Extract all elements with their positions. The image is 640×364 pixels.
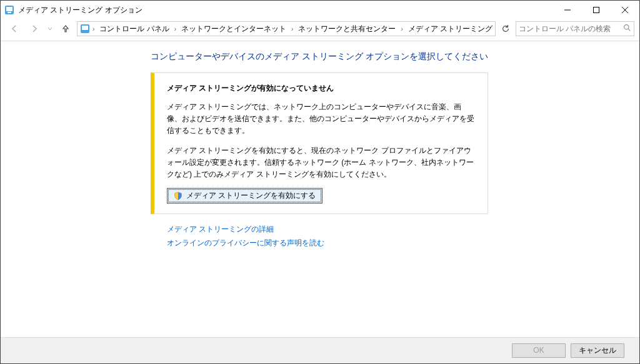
navbar: › コントロール パネル › ネットワークとインターネット › ネットワークと共… [1,19,639,41]
info-box: メディア ストリーミングが有効になっていません メディア ストリーミングでは、ネ… [151,72,488,214]
breadcrumb-item-media-streaming[interactable]: メディア ストリーミング オプション [406,24,496,34]
link-privacy-statement[interactable]: オンラインのプライバシーに関する声明を読む [167,237,488,250]
breadcrumb-item-network[interactable]: ネットワークとインターネット [179,24,289,34]
ok-button[interactable]: OK [512,343,566,358]
enable-streaming-button[interactable]: メディア ストリーミングを有効にする [167,188,322,204]
app-icon [4,5,14,15]
chevron-right-icon: › [290,26,294,32]
search-box[interactable] [516,21,634,36]
search-input[interactable] [519,24,621,33]
breadcrumb-item-sharing-center[interactable]: ネットワークと共有センター [296,24,398,34]
titlebar-left: メディア ストリーミング オプション [4,5,142,16]
window-title: メディア ストリーミング オプション [18,5,142,16]
chevron-right-icon: › [91,26,96,32]
enable-streaming-button-label: メディア ストリーミングを有効にする [186,190,316,201]
titlebar: メディア ストリーミング オプション [1,1,639,19]
window: メディア ストリーミング オプション [0,0,640,364]
info-box-paragraph-1: メディア ストリーミングでは、ネットワーク上のコンピューターやデバイスに音楽、画… [167,101,475,137]
shield-icon [174,192,182,200]
links-section: メディア ストリーミングの詳細 オンラインのプライバシーに関する声明を読む [151,223,488,250]
cancel-button[interactable]: キャンセル [571,343,624,358]
svg-rect-2 [8,12,11,13]
link-streaming-details[interactable]: メディア ストリーミングの詳細 [167,223,488,237]
control-panel-icon [80,24,90,34]
info-box-title: メディア ストリーミングが有効になっていません [167,83,475,94]
close-button[interactable] [611,1,639,19]
svg-point-9 [624,25,629,29]
content-inner: コンピューターやデバイスのメディア ストリーミング オプションを選択してください… [151,51,488,250]
refresh-button[interactable] [498,21,513,36]
page-heading: コンピューターやデバイスのメディア ストリーミング オプションを選択してください [151,51,488,62]
chevron-right-icon: › [399,26,404,32]
breadcrumb-item-control-panel[interactable]: コントロール パネル [97,24,171,34]
titlebar-controls [553,1,639,19]
nav-back-button[interactable] [6,21,23,36]
svg-rect-1 [6,7,12,11]
svg-rect-4 [594,7,599,13]
search-icon [623,24,631,34]
svg-line-10 [628,29,630,31]
info-box-paragraph-2: メディア ストリーミングを有効にすると、現在のネットワーク プロファイルとファイ… [167,145,475,181]
nav-recent-dropdown[interactable] [46,21,54,36]
svg-rect-8 [82,26,88,30]
chevron-right-icon: › [173,26,178,32]
minimize-button[interactable] [553,1,582,19]
content-area: コンピューターやデバイスのメディア ストリーミング オプションを選択してください… [1,41,639,337]
maximize-button[interactable] [582,1,611,19]
breadcrumb[interactable]: › コントロール パネル › ネットワークとインターネット › ネットワークと共… [77,21,496,36]
nav-up-button[interactable] [57,21,74,36]
bottom-bar: OK キャンセル [1,337,639,363]
nav-forward-button[interactable] [26,21,43,36]
